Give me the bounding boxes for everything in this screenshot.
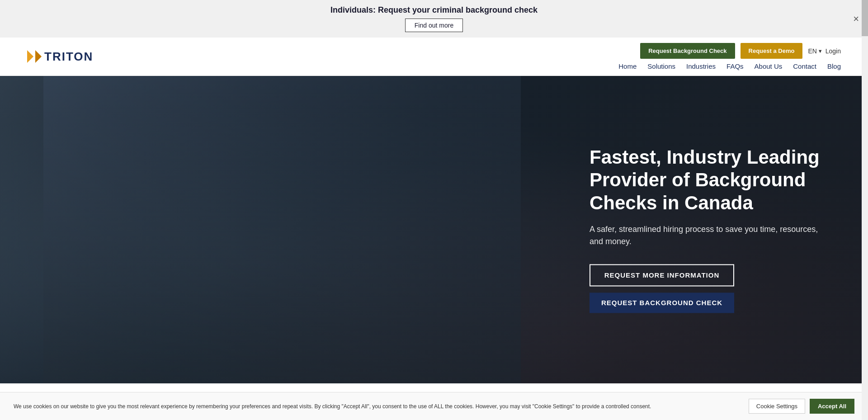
request-more-info-button[interactable]: REQUEST MORE INFORMATION [590,264,734,287]
logo-text: TRITON [44,50,93,64]
logo-arrow-1-icon [27,50,33,63]
logo-arrow-2-icon [35,50,42,63]
header-top-right: Request Background Check Request a Demo … [640,43,841,59]
top-banner-title: Individuals: Request your criminal backg… [18,5,850,15]
nav-solutions[interactable]: Solutions [647,62,675,70]
nav-home[interactable]: Home [618,62,637,70]
nav-industries[interactable]: Industries [686,62,716,70]
login-link[interactable]: Login [826,47,841,55]
main-nav: Home Solutions Industries FAQs About Us … [618,62,841,70]
hero-section: Fastest, Industry Leading Provider of Ba… [0,76,868,383]
find-out-more-button[interactable]: Find out more [405,19,463,32]
request-bg-check-hero-button[interactable]: REQUEST BACKGROUND CHECK [590,293,734,313]
nav-faqs[interactable]: FAQs [726,62,744,70]
logo-arrows-icon [27,50,42,63]
nav-contact[interactable]: Contact [793,62,816,70]
hero-content: Fastest, Industry Leading Provider of Ba… [590,146,825,313]
site-header: TRITON Request Background Check Request … [0,38,868,76]
hero-subtitle: A safer, streamlined hiring process to s… [590,224,825,248]
hero-title: Fastest, Industry Leading Provider of Ba… [590,146,825,214]
scrollbar[interactable] [862,0,868,383]
logo[interactable]: TRITON [27,50,93,64]
request-demo-button[interactable]: Request a Demo [741,43,803,59]
language-selector[interactable]: EN ▼ [808,47,822,55]
scrollbar-thumb[interactable] [862,0,868,36]
nav-blog[interactable]: Blog [827,62,841,70]
nav-about-us[interactable]: About Us [755,62,783,70]
header-right: Request Background Check Request a Demo … [618,43,841,70]
top-banner: Individuals: Request your criminal backg… [0,0,868,38]
close-banner-button[interactable]: × [853,14,859,24]
lang-label: EN [808,47,816,55]
chevron-down-icon: ▼ [818,48,823,54]
request-bg-check-button[interactable]: Request Background Check [640,43,735,59]
lang-login-area: EN ▼ Login [808,47,841,55]
